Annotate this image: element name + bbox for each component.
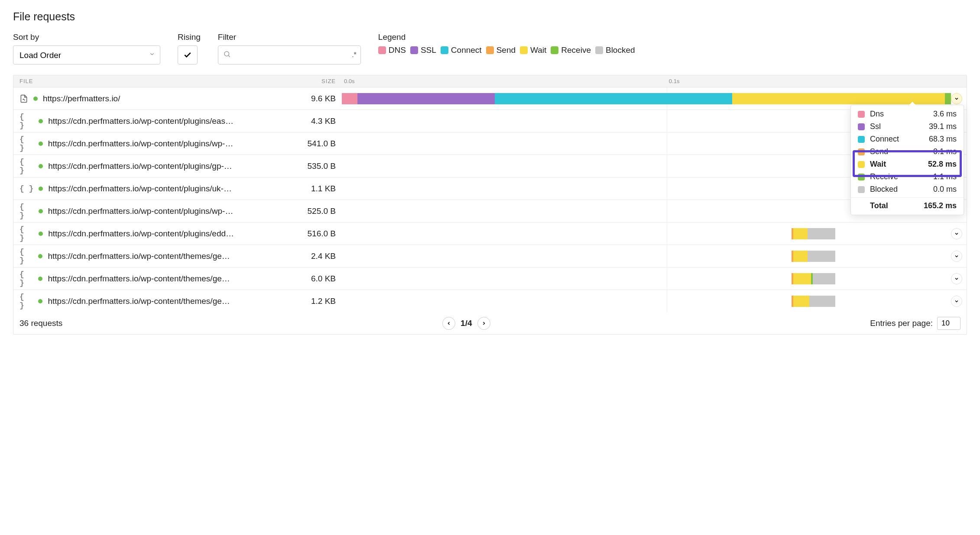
size-cell: 4.3 KB [234, 116, 342, 126]
waterfall-segment [793, 273, 811, 284]
file-cell: { } https://cdn.perfmatters.io/wp-conten… [13, 203, 234, 220]
tooltip-value: 68.3 ms [929, 135, 957, 144]
waterfall-segment [793, 228, 807, 239]
table-row[interactable]: { } https://cdn.perfmatters.io/wp-conten… [13, 110, 967, 132]
file-url: https://cdn.perfmatters.io/wp-content/th… [48, 274, 234, 284]
legend-text: Send [496, 45, 516, 55]
chevron-right-icon [481, 321, 487, 326]
chevron-down-icon [954, 276, 959, 281]
expand-row-button[interactable] [951, 296, 962, 307]
waterfall-segment [357, 93, 495, 104]
tooltip-name: Receive [870, 172, 933, 181]
code-icon: { } [19, 135, 33, 152]
waterfall-segment [809, 296, 836, 307]
size-cell: 9.6 KB [234, 94, 342, 103]
column-header-size[interactable]: SIZE [234, 78, 342, 84]
code-icon: { } [19, 203, 33, 220]
table-row[interactable]: { } https://cdn.perfmatters.io/wp-conten… [13, 268, 967, 290]
sort-by-select[interactable]: Load Order [13, 45, 160, 64]
size-cell: 516.0 B [234, 229, 342, 238]
waterfall-bar [792, 228, 967, 239]
legend-item-wait: Wait [520, 45, 546, 55]
status-dot [39, 187, 43, 191]
request-count: 36 requests [19, 319, 62, 328]
waterfall-bar [342, 93, 967, 104]
table-row[interactable]: { } https://cdn.perfmatters.io/wp-conten… [13, 222, 967, 245]
next-page-button[interactable] [477, 317, 490, 330]
filter-input[interactable] [218, 45, 361, 64]
tooltip-row: Send0.1 ms [851, 145, 964, 158]
page-title: File requests [13, 10, 967, 23]
table-row[interactable]: { } https://cdn.perfmatters.io/wp-conten… [13, 177, 967, 200]
waterfall-segment [793, 296, 809, 307]
rising-toggle-button[interactable] [178, 45, 198, 64]
tooltip-row: Blocked0.0 ms [851, 183, 964, 196]
column-header-file[interactable]: FILE [13, 78, 234, 84]
tooltip-row: Ssl39.1 ms [851, 120, 964, 133]
table-footer: 36 requests 1/4 Entries per page: [13, 313, 967, 334]
table-row[interactable]: { } https://cdn.perfmatters.io/wp-conten… [13, 155, 967, 177]
legend-item-send: Send [486, 45, 516, 55]
tooltip-row: Connect68.3 ms [851, 133, 964, 145]
table-row[interactable]: { } https://cdn.perfmatters.io/wp-conten… [13, 200, 967, 222]
rising-label: Rising [178, 32, 201, 42]
status-dot [38, 277, 42, 281]
table-row[interactable]: https://perfmatters.io/ 9.6 KB Dns3.6 ms… [13, 87, 967, 110]
tooltip-name: Dns [870, 110, 933, 119]
file-url: https://perfmatters.io/ [43, 94, 120, 103]
waterfall-segment [808, 228, 836, 239]
code-icon: { } [19, 158, 33, 175]
tooltip-name: Send [870, 147, 933, 156]
tooltip-name: Ssl [870, 122, 929, 131]
waterfall-segment [813, 273, 835, 284]
entries-per-page: Entries per page: [870, 317, 961, 330]
table-row[interactable]: { } https://cdn.perfmatters.io/wp-conten… [13, 245, 967, 268]
tooltip-row: Receive1.1 ms [851, 171, 964, 183]
document-icon [19, 94, 28, 103]
table-row[interactable]: { } https://cdn.perfmatters.io/wp-conten… [13, 290, 967, 313]
legend-item-connect: Connect [441, 45, 482, 55]
waterfall-segment [808, 251, 836, 262]
expand-row-button[interactable] [951, 251, 962, 262]
tooltip-name: Wait [870, 160, 928, 169]
file-url: https://cdn.perfmatters.io/wp-content/pl… [48, 184, 234, 193]
expand-row-button[interactable] [951, 93, 962, 104]
expand-row-button[interactable] [951, 273, 962, 284]
file-cell: { } https://cdn.perfmatters.io/wp-conten… [13, 113, 234, 130]
size-cell: 1.2 KB [234, 297, 342, 306]
file-cell: { } https://cdn.perfmatters.io/wp-conten… [13, 248, 234, 265]
expand-row-button[interactable] [951, 228, 962, 239]
filter-group: Filter .* [218, 32, 361, 64]
file-url: https://cdn.perfmatters.io/wp-content/pl… [48, 116, 234, 126]
file-url: https://cdn.perfmatters.io/wp-content/pl… [48, 206, 234, 216]
tooltip-value: 3.6 ms [933, 110, 957, 119]
legend-item-ssl: SSL [410, 45, 436, 55]
tooltip-swatch [858, 186, 865, 193]
waterfall-cell [342, 245, 967, 267]
tooltip-swatch [858, 123, 865, 130]
tooltip-value: 39.1 ms [929, 122, 957, 131]
legend-text: Connect [451, 45, 482, 55]
size-cell: 541.0 B [234, 139, 342, 148]
file-cell: https://perfmatters.io/ [13, 94, 234, 103]
tooltip-row: Dns3.6 ms [851, 108, 964, 120]
table-row[interactable]: { } https://cdn.perfmatters.io/wp-conten… [13, 132, 967, 155]
epp-label: Entries per page: [870, 319, 933, 328]
legend-swatch [486, 46, 494, 54]
epp-input[interactable] [937, 317, 961, 330]
legend-swatch [441, 46, 448, 54]
svg-line-1 [228, 55, 230, 57]
tooltip-name: Blocked [870, 185, 933, 194]
legend-swatch [378, 46, 386, 54]
waterfall-bar [792, 251, 967, 262]
legend-item-dns: DNS [378, 45, 406, 55]
tooltip-value: 1.1 ms [933, 172, 957, 181]
tooltip-swatch [858, 161, 865, 168]
legend-swatch [410, 46, 418, 54]
controls-bar: Sort by Load Order Rising Filter .* Lege… [13, 32, 967, 64]
requests-table: FILE SIZE 0.0s0.1s https://perfmatters.i… [13, 75, 967, 335]
chevron-down-icon [954, 254, 959, 259]
tooltip-value: 0.0 ms [933, 185, 957, 194]
status-dot [39, 209, 43, 213]
prev-page-button[interactable] [442, 317, 455, 330]
